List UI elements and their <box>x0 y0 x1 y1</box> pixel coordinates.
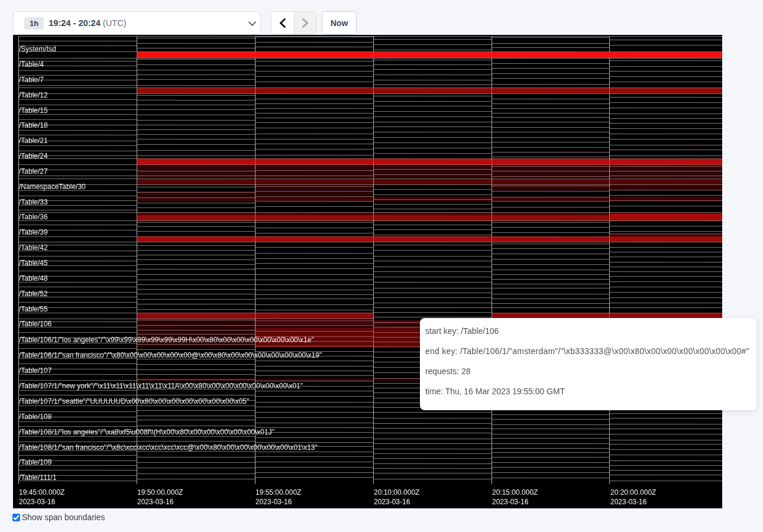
svg-text:/Table/55: /Table/55 <box>19 305 48 313</box>
svg-text:/Table/109: /Table/109 <box>19 458 52 466</box>
svg-text:2023-03-16: 2023-03-16 <box>256 498 292 506</box>
svg-text:/Table/52: /Table/52 <box>19 290 48 298</box>
svg-text:/Table/108/1/"los angeles"/"\x: /Table/108/1/"los angeles"/"\xa8\xf5\u00… <box>19 428 274 436</box>
svg-text:20:20:00.000Z: 20:20:00.000Z <box>610 488 656 497</box>
svg-text:/Table/21: /Table/21 <box>19 137 48 145</box>
svg-text:19:55:00.000Z: 19:55:00.000Z <box>256 488 301 497</box>
svg-text:/Table/106/1/"los angeles"/"\x: /Table/106/1/"los angeles"/"\x99\x99\x99… <box>19 336 314 344</box>
svg-text:2023-03-16: 2023-03-16 <box>492 498 529 506</box>
svg-text:/Table/107: /Table/107 <box>19 366 52 375</box>
svg-text:/System/tsd: /System/tsd <box>19 45 56 53</box>
svg-text:/Table/15: /Table/15 <box>19 106 48 115</box>
svg-text:/Table/45: /Table/45 <box>19 259 48 267</box>
svg-text:/Table/42: /Table/42 <box>19 244 48 252</box>
svg-text:2023-03-16: 2023-03-16 <box>610 498 647 506</box>
svg-text:/Table/18: /Table/18 <box>19 121 48 129</box>
svg-text:/Table/12: /Table/12 <box>19 91 48 99</box>
svg-text:/Table/108: /Table/108 <box>19 413 52 421</box>
svg-text:/Table/48: /Table/48 <box>19 274 48 283</box>
svg-text:/Table/7: /Table/7 <box>19 76 44 84</box>
svg-text:/NamespaceTable/30: /NamespaceTable/30 <box>19 183 86 191</box>
svg-text:/Table/106: /Table/106 <box>19 320 52 328</box>
svg-text:/Table/106/1/"san francisco"/": /Table/106/1/"san francisco"/"\x80\x00\x… <box>19 351 322 359</box>
svg-text:2023-03-16: 2023-03-16 <box>374 498 410 506</box>
svg-text:/Table/33: /Table/33 <box>19 198 48 206</box>
svg-text:20:15:00.000Z: 20:15:00.000Z <box>492 488 538 497</box>
svg-text:/Table/111/1: /Table/111/1 <box>19 473 57 482</box>
svg-text:19:50:00.000Z: 19:50:00.000Z <box>137 488 183 497</box>
svg-text:/Table/27: /Table/27 <box>19 167 48 176</box>
svg-text:/Table/24: /Table/24 <box>19 152 48 160</box>
svg-text:20:10:00.000Z: 20:10:00.000Z <box>374 488 419 497</box>
svg-text:/Table/107/1/"new york"/"\x11\: /Table/107/1/"new york"/"\x11\x11\x11\x1… <box>19 382 303 390</box>
svg-text:/Table/36: /Table/36 <box>19 213 48 221</box>
svg-text:/Table/39: /Table/39 <box>19 228 48 236</box>
svg-text:/Table/108/1/"san francisco"/": /Table/108/1/"san francisco"/"\x8c\xcc\x… <box>19 443 318 452</box>
svg-text:/Table/107/1/"seattle"/"UUUUUU: /Table/107/1/"seattle"/"UUUUUUD\x00\x80\… <box>19 397 249 406</box>
svg-text:/Table/4: /Table/4 <box>19 60 44 69</box>
svg-text:19:45:00.000Z: 19:45:00.000Z <box>19 488 64 497</box>
svg-text:2023-03-16: 2023-03-16 <box>137 498 174 506</box>
svg-text:2023-03-16: 2023-03-16 <box>19 498 56 506</box>
